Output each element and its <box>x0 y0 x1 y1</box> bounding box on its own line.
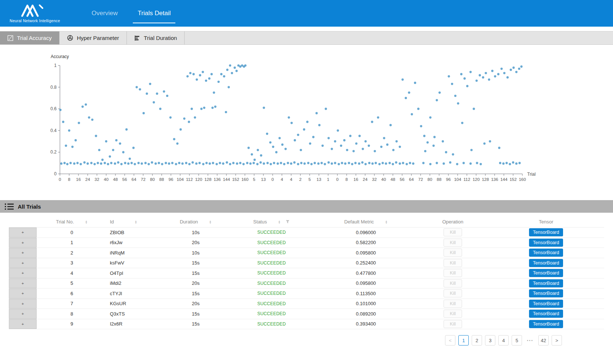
kill-button[interactable]: Kill <box>444 289 462 297</box>
sort-icon[interactable]: ▲▼ <box>209 220 212 224</box>
pagination-page-5[interactable]: 5 <box>512 335 522 346</box>
default-metric-cell: 0.095800 <box>314 279 418 289</box>
all-trials-header: All Trials <box>0 200 613 213</box>
nav-tab-trials-detail[interactable]: Trials Detail <box>128 0 181 27</box>
tensorboard-button[interactable]: TensorBoard <box>529 259 563 267</box>
pagination-page-3[interactable]: 3 <box>485 335 495 346</box>
tab-trial-accuracy[interactable]: Trial Accuracy <box>0 31 60 44</box>
trial-id-cell: Q3xTS <box>107 309 162 319</box>
logo-title: Neural Network Intelligence <box>10 18 60 23</box>
tensor-cell: TensorBoard <box>488 268 604 278</box>
operation-cell: Kill <box>418 238 488 248</box>
expand-row-button[interactable]: + <box>9 279 37 289</box>
expand-row-button[interactable]: + <box>9 228 37 237</box>
status-cell: SUCCEEDED <box>229 279 314 289</box>
svg-text:5: 5 <box>253 177 255 182</box>
duration-cell: 15s <box>162 289 229 299</box>
svg-text:88: 88 <box>159 177 164 182</box>
sort-icon[interactable]: ▲▼ <box>135 220 137 224</box>
default-metric-cell: 0.393400 <box>314 319 418 329</box>
operation-cell: Kill <box>418 279 488 289</box>
tensor-cell: TensorBoard <box>488 228 604 237</box>
sort-icon[interactable]: ▲▼ <box>278 220 280 224</box>
tensor-cell: TensorBoard <box>488 238 604 248</box>
svg-text:0: 0 <box>59 177 61 182</box>
svg-text:2: 2 <box>299 177 302 182</box>
expand-row-button[interactable]: + <box>9 309 37 319</box>
duration-cell: 10s <box>162 228 229 237</box>
status-cell: SUCCEEDED <box>229 309 314 319</box>
tensorboard-button[interactable]: TensorBoard <box>529 269 563 277</box>
filter-icon[interactable] <box>286 220 290 224</box>
kill-button[interactable]: Kill <box>444 300 462 308</box>
tensorboard-button[interactable]: TensorBoard <box>529 310 563 318</box>
status-cell: SUCCEEDED <box>229 228 314 237</box>
chart-tab-strip: Trial Accuracy Hyper Parameter Trial Dur… <box>0 31 613 45</box>
tab-trial-duration[interactable]: Trial Duration <box>127 31 185 44</box>
svg-text:0: 0 <box>336 177 339 182</box>
kill-button[interactable]: Kill <box>444 239 462 247</box>
default-metric-cell: 0.095800 <box>314 248 418 258</box>
expand-row-button[interactable]: + <box>9 258 37 268</box>
kill-button[interactable]: Kill <box>444 279 462 287</box>
kill-button[interactable]: Kill <box>444 310 462 318</box>
svg-text:104: 104 <box>176 177 184 182</box>
tensorboard-button[interactable]: TensorBoard <box>529 249 563 257</box>
expand-row-button[interactable]: + <box>9 268 37 278</box>
pagination-ellipsis: ••• <box>525 335 535 346</box>
pagination-page-1[interactable]: 1 <box>458 335 469 346</box>
tensor-cell: TensorBoard <box>488 289 604 299</box>
kill-button[interactable]: Kill <box>444 269 462 277</box>
svg-text:48: 48 <box>391 177 395 182</box>
trial-id-cell: cTYJI <box>107 289 162 299</box>
tensorboard-button[interactable]: TensorBoard <box>529 279 563 287</box>
gear-icon <box>67 35 73 41</box>
kill-button[interactable]: Kill <box>444 320 462 328</box>
pagination-prev[interactable]: < <box>445 335 455 346</box>
sort-icon[interactable]: ▲▼ <box>85 220 88 224</box>
scatter-plot[interactable]: Accuracy00.20.40.60.81081624324048566472… <box>0 52 613 193</box>
svg-text:0: 0 <box>272 177 274 182</box>
pagination-page-42[interactable]: 42 <box>538 335 549 346</box>
pagination-next[interactable]: > <box>552 335 562 346</box>
table-row: +6cTYJI15sSUCCEEDED0.113500KillTensorBoa… <box>9 289 604 299</box>
svg-text:160: 160 <box>519 177 526 182</box>
header-default-metric: Default Metric ▲▼ <box>314 219 418 225</box>
svg-text:24: 24 <box>363 177 368 182</box>
nni-logo[interactable]: Neural Network Intelligence <box>10 0 60 27</box>
tensorboard-button[interactable]: TensorBoard <box>529 239 563 247</box>
tensorboard-button[interactable]: TensorBoard <box>529 289 563 297</box>
top-navbar: Neural Network Intelligence Overview Tri… <box>0 0 613 27</box>
operation-cell: Kill <box>418 248 488 258</box>
expand-row-button[interactable]: + <box>9 248 37 258</box>
sort-icon[interactable]: ▲▼ <box>385 220 388 224</box>
status-cell: SUCCEEDED <box>229 268 314 278</box>
svg-text:5: 5 <box>309 177 311 182</box>
tab-hyper-parameter[interactable]: Hyper Parameter <box>60 31 127 44</box>
svg-text:8: 8 <box>68 177 70 182</box>
expand-row-button[interactable]: + <box>9 238 37 248</box>
expand-row-button[interactable]: + <box>9 319 37 329</box>
svg-text:0.6: 0.6 <box>50 106 57 111</box>
pagination-page-2[interactable]: 2 <box>472 335 482 346</box>
svg-text:160: 160 <box>241 177 248 182</box>
kill-button[interactable]: Kill <box>444 249 462 257</box>
expand-row-button[interactable]: + <box>9 299 37 309</box>
trial-id-cell: ZBIOB <box>107 228 162 237</box>
svg-text:120: 120 <box>195 177 202 182</box>
default-metric-cell: 0.252400 <box>314 258 418 268</box>
expand-row-button[interactable]: + <box>9 289 37 299</box>
tensorboard-button[interactable]: TensorBoard <box>529 228 563 236</box>
scatter-plot-icon <box>7 35 13 41</box>
kill-button[interactable]: Kill <box>444 228 462 236</box>
tensorboard-button[interactable]: TensorBoard <box>529 320 563 328</box>
kill-button[interactable]: Kill <box>444 259 462 267</box>
svg-text:56: 56 <box>400 177 405 182</box>
pagination-page-4[interactable]: 4 <box>498 335 509 346</box>
duration-cell: 15s <box>162 268 229 278</box>
tensorboard-button[interactable]: TensorBoard <box>529 300 563 308</box>
nav-tab-overview[interactable]: Overview <box>82 0 128 27</box>
svg-text:112: 112 <box>464 177 470 182</box>
svg-text:64: 64 <box>409 177 414 182</box>
tensor-cell: TensorBoard <box>488 279 604 289</box>
